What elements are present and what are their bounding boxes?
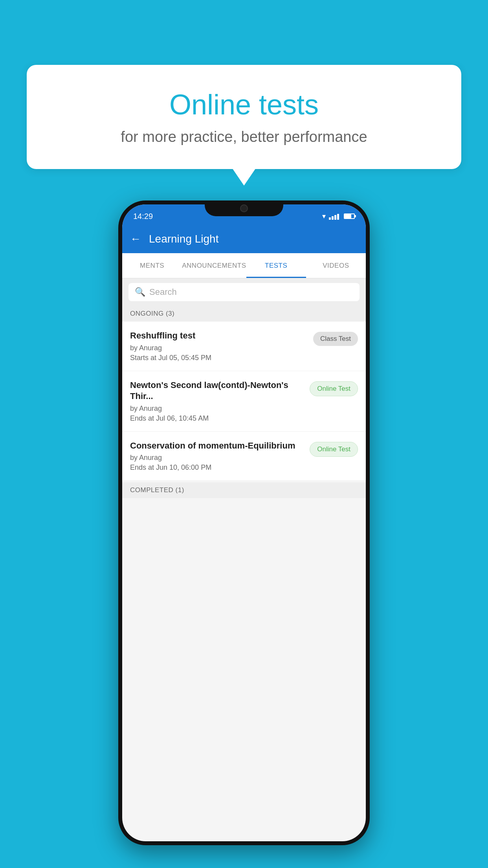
status-icons: ▾ — [322, 212, 355, 221]
test-badge-online: Online Test — [310, 381, 358, 396]
search-placeholder: Search — [149, 287, 177, 297]
test-date: Ends at Jul 06, 10:45 AM — [130, 414, 306, 423]
phone-screen: 14:29 ▾ ← Learning Light — [122, 204, 366, 841]
status-time: 14:29 — [133, 212, 153, 221]
speech-bubble-container: Online tests for more practice, better p… — [27, 65, 461, 169]
tab-videos[interactable]: VIDEOS — [306, 253, 366, 278]
ongoing-section-header: ONGOING (3) — [122, 306, 366, 322]
tab-ments[interactable]: MENTS — [122, 253, 182, 278]
test-author: by Anurag — [130, 344, 309, 352]
tabs-bar: MENTS ANNOUNCEMENTS TESTS VIDEOS — [122, 253, 366, 278]
app-bar-title: Learning Light — [149, 233, 218, 245]
phone-notch — [205, 200, 283, 216]
test-badge-online: Online Test — [310, 442, 358, 457]
test-date: Ends at Jun 10, 06:00 PM — [130, 463, 306, 472]
search-icon: 🔍 — [135, 287, 145, 297]
phone-frame: 14:29 ▾ ← Learning Light — [118, 200, 370, 845]
test-name: Conservation of momentum-Equilibrium — [130, 440, 306, 452]
test-info: Conservation of momentum-Equilibrium by … — [130, 440, 306, 472]
test-info: Newton's Second law(contd)-Newton's Thir… — [130, 380, 306, 423]
test-item[interactable]: Newton's Second law(contd)-Newton's Thir… — [122, 371, 366, 432]
signal-icon — [329, 213, 339, 220]
wifi-icon: ▾ — [322, 212, 326, 221]
test-author: by Anurag — [130, 405, 306, 413]
test-item[interactable]: Reshuffling test by Anurag Starts at Jul… — [122, 322, 366, 371]
search-container: 🔍 Search — [122, 278, 366, 306]
test-date: Starts at Jul 05, 05:45 PM — [130, 354, 309, 362]
test-list: Reshuffling test by Anurag Starts at Jul… — [122, 322, 366, 481]
test-item[interactable]: Conservation of momentum-Equilibrium by … — [122, 432, 366, 481]
search-box[interactable]: 🔍 Search — [128, 283, 360, 301]
test-info: Reshuffling test by Anurag Starts at Jul… — [130, 330, 309, 362]
test-name: Reshuffling test — [130, 330, 309, 342]
app-bar: ← Learning Light — [122, 225, 366, 253]
battery-icon — [344, 213, 355, 219]
phone-wrapper: 14:29 ▾ ← Learning Light — [118, 200, 370, 845]
test-name: Newton's Second law(contd)-Newton's Thir… — [130, 380, 306, 402]
tab-announcements[interactable]: ANNOUNCEMENTS — [182, 253, 246, 278]
speech-bubble: Online tests for more practice, better p… — [27, 65, 461, 169]
bubble-title: Online tests — [46, 88, 442, 121]
test-badge-class: Class Test — [313, 332, 358, 346]
bubble-subtitle: for more practice, better performance — [46, 129, 442, 145]
phone-camera — [240, 204, 248, 212]
completed-section-header: COMPLETED (1) — [122, 482, 366, 498]
tab-tests[interactable]: TESTS — [246, 253, 306, 278]
test-author: by Anurag — [130, 454, 306, 462]
back-button[interactable]: ← — [130, 233, 141, 245]
